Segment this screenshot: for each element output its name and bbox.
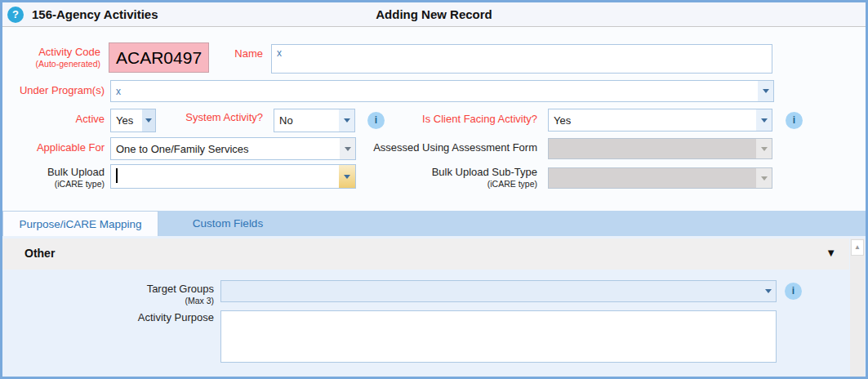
name-input[interactable]: x bbox=[271, 44, 772, 74]
system-activity-dropdown[interactable]: No bbox=[274, 109, 355, 132]
tab-strip: Purpose/iCARE Mapping Custom Fields bbox=[2, 211, 866, 236]
bulk-upload-sublabel: (iCARE type) bbox=[2, 179, 105, 190]
bulk-upload-subtype-sublabel: (iCARE type) bbox=[351, 179, 537, 190]
name-input-value: x bbox=[272, 45, 772, 59]
bulk-upload-subtype-dropdown-button bbox=[756, 168, 772, 188]
system-activity-info-icon[interactable]: i bbox=[367, 112, 385, 129]
mode-title: Adding New Record bbox=[2, 7, 866, 21]
text-caret bbox=[116, 168, 118, 183]
agency-activities-window: ? 156-Agency Activities Adding New Recor… bbox=[0, 0, 868, 379]
chevron-down-icon bbox=[344, 118, 350, 123]
assessed-using-dropdown-button bbox=[756, 139, 772, 158]
target-groups-dropdown-button[interactable] bbox=[760, 281, 776, 301]
tab-purpose-icare-mapping[interactable]: Purpose/iCARE Mapping bbox=[2, 211, 158, 236]
section-title: Other bbox=[24, 247, 55, 260]
client-facing-info-icon[interactable]: i bbox=[786, 112, 803, 129]
bulk-upload-combo[interactable] bbox=[110, 164, 356, 189]
target-groups-dropdown[interactable] bbox=[220, 280, 777, 302]
window-header: ? 156-Agency Activities Adding New Recor… bbox=[2, 2, 866, 27]
chevron-down-icon bbox=[344, 175, 350, 179]
bulk-upload-subtype-label: Bulk Upload Sub-Type (iCARE type) bbox=[351, 166, 537, 189]
system-activity-value: No bbox=[274, 114, 339, 127]
purpose-icare-mapping-panel: Other ▼ ▲ Target Groups (Max 3) i Activi… bbox=[2, 236, 866, 377]
vertical-scrollbar[interactable]: ▲ bbox=[850, 239, 865, 377]
tab-custom-fields[interactable]: Custom Fields bbox=[158, 211, 297, 236]
activity-purpose-label: Activity Purpose bbox=[51, 311, 214, 324]
chevron-down-icon bbox=[761, 118, 768, 123]
under-programs-value: x bbox=[111, 86, 758, 97]
active-value: Yes bbox=[111, 114, 142, 127]
client-facing-dropdown[interactable]: Yes bbox=[548, 109, 772, 132]
bulk-upload-subtype-dropdown bbox=[548, 167, 772, 189]
activity-code-label: Activity Code (Auto-generated) bbox=[2, 46, 100, 69]
bulk-upload-label: Bulk Upload (iCARE type) bbox=[2, 166, 105, 189]
chevron-down-icon bbox=[763, 89, 769, 93]
client-facing-label: Is Client Facing Activity? bbox=[384, 113, 537, 126]
applicable-for-dropdown[interactable]: One to One/Family Services bbox=[110, 137, 356, 160]
applicable-for-value: One to One/Family Services bbox=[111, 143, 340, 155]
section-header-other[interactable]: Other ▼ bbox=[2, 239, 849, 270]
system-activity-dropdown-button[interactable] bbox=[339, 109, 354, 132]
active-label: Active bbox=[2, 113, 105, 126]
target-groups-sublabel: (Max 3) bbox=[51, 296, 214, 306]
scroll-up-button[interactable]: ▲ bbox=[851, 239, 864, 256]
under-programs-dropdown-button[interactable] bbox=[758, 81, 773, 101]
chevron-down-icon bbox=[761, 176, 768, 181]
assessed-using-label: Assessed Using Assessment Form bbox=[327, 141, 537, 154]
client-facing-dropdown-button[interactable] bbox=[756, 109, 772, 131]
assessed-using-dropdown bbox=[548, 138, 772, 159]
collapse-section-icon[interactable]: ▼ bbox=[826, 247, 836, 259]
activity-code-sublabel: (Auto-generated) bbox=[2, 59, 100, 69]
target-groups-label: Target Groups (Max 3) bbox=[51, 283, 214, 305]
name-label: Name bbox=[181, 47, 263, 60]
target-groups-info-icon[interactable]: i bbox=[785, 283, 802, 300]
under-programs-dropdown[interactable]: x bbox=[110, 80, 774, 102]
client-facing-value: Yes bbox=[549, 114, 756, 127]
chevron-down-icon bbox=[761, 147, 768, 151]
under-programs-label: Under Program(s) bbox=[2, 84, 105, 97]
chevron-down-icon bbox=[765, 289, 772, 293]
applicable-for-label: Applicable For bbox=[2, 141, 105, 154]
scroll-up-icon: ▲ bbox=[854, 243, 861, 251]
system-activity-label: System Activity? bbox=[147, 111, 263, 124]
activity-purpose-textarea[interactable] bbox=[220, 310, 777, 363]
